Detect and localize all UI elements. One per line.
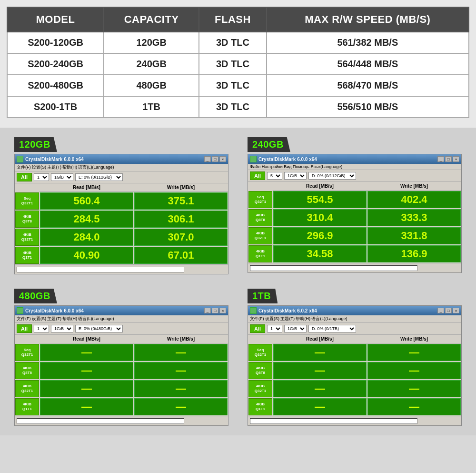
cdm-write-value-0: —: [367, 344, 461, 361]
close-button[interactable]: ×: [453, 156, 459, 162]
cdm-footer: [15, 416, 228, 425]
col-header-speed: MAX R/W SPEED (MB/S): [267, 7, 469, 32]
cdm-toolbar: All 1 1GiB D: 0% (0/1TB): [248, 323, 461, 335]
cdm-write-value-0: 402.4: [367, 191, 461, 208]
cdm-title: CrystalDiskMark 6.0.2 x64: [258, 308, 317, 313]
drive-select[interactable]: D: 0% (0/112GiB): [308, 172, 356, 180]
table-row: S200-120GB 120GB 3D TLC 561/382 MB/S: [7, 32, 469, 53]
cdm-row-label-2: 4KiBQ32T1: [15, 229, 39, 246]
cdm-title: CrystalDiskMark 6.0.0 x64: [258, 157, 317, 162]
cdm-read-value-0: —: [40, 344, 133, 361]
count-select[interactable]: 1: [267, 325, 282, 332]
benchmark-label-text: 240GB: [248, 137, 290, 152]
table-row: S200-480GB 480GB 3D TLC 568/470 MB/S: [7, 75, 469, 96]
count-select[interactable]: 5: [267, 172, 282, 180]
cdm-write-header: Write [MB/s]: [367, 182, 461, 191]
cdm-row-label-0: SeqQ32T1: [248, 344, 272, 361]
cell-capacity: 120GB: [104, 32, 199, 53]
cdm-row-label-0: SeqQ32T1: [248, 191, 272, 208]
maximize-button[interactable]: □: [445, 156, 452, 162]
minimize-button[interactable]: _: [437, 156, 444, 162]
cdm-controls[interactable]: _ □ ×: [204, 156, 226, 162]
drive-select[interactable]: D: 0% (0/1TB): [308, 325, 356, 332]
minimize-button[interactable]: _: [437, 308, 444, 313]
cdm-header-empty: [248, 182, 273, 191]
size-select[interactable]: 1GiB: [284, 172, 307, 180]
table-row: S200-240GB 240GB 3D TLC 564/448 MB/S: [7, 53, 469, 75]
size-select[interactable]: 1GiB: [51, 173, 73, 181]
cell-speed: 568/470 MB/S: [267, 75, 469, 96]
cell-capacity: 480GB: [104, 75, 199, 96]
all-button[interactable]: All: [250, 324, 265, 333]
cdm-titlebar-left: CrystalDiskMark 6.0.2 x64: [250, 307, 317, 314]
all-button[interactable]: All: [17, 324, 32, 333]
cdm-write-value-1: —: [367, 362, 461, 379]
cdm-read-value-2: 296.9: [273, 227, 367, 244]
cdm-titlebar: CrystalDiskMark 6.0.0 x64 _ □ ×: [15, 154, 228, 164]
minimize-button[interactable]: _: [204, 156, 211, 162]
close-button[interactable]: ×: [453, 308, 459, 313]
drive-select[interactable]: E: 0% (0/480GiB): [75, 325, 123, 332]
cell-flash: 3D TLC: [199, 96, 266, 118]
cdm-window: CrystalDiskMark 6.0.0 x64 _ □ × 文件(F) 设置…: [14, 305, 228, 426]
all-button[interactable]: All: [250, 171, 265, 180]
cell-model: S200-120GB: [7, 32, 104, 53]
col-header-flash: FLASH: [199, 7, 266, 32]
count-select[interactable]: 1: [34, 173, 49, 181]
benchmarks-section: 120GB CrystalDiskMark 6.0.0 x64 _ □ × 文件…: [0, 128, 476, 435]
cdm-write-value-2: —: [367, 380, 461, 397]
minimize-button[interactable]: _: [204, 308, 211, 313]
cdm-write-value-1: 333.3: [367, 209, 461, 226]
cdm-footer: [248, 416, 461, 425]
close-button[interactable]: ×: [219, 156, 226, 162]
benchmark-label-text: 120GB: [14, 137, 57, 152]
cell-model: S200-1TB: [7, 96, 104, 118]
cdm-titlebar: CrystalDiskMark 6.0.0 x64 _ □ ×: [15, 306, 228, 315]
cdm-read-value-3: —: [273, 398, 367, 415]
size-select[interactable]: 1GiB: [51, 325, 73, 332]
cdm-row-label-1: 4KiBQ8T8: [15, 211, 39, 228]
cdm-window: CrystalDiskMark 6.0.0 x64 _ □ × Файл Нас…: [248, 154, 462, 273]
maximize-button[interactable]: □: [212, 308, 218, 313]
cdm-read-value-3: —: [40, 398, 133, 415]
cdm-write-value-3: —: [134, 398, 228, 415]
cell-speed: 556/510 MB/S: [267, 96, 469, 118]
specs-table: MODEL CAPACITY FLASH MAX R/W SPEED (MB/S…: [7, 7, 469, 118]
table-section: MODEL CAPACITY FLASH MAX R/W SPEED (MB/S…: [0, 0, 476, 128]
cell-model: S200-240GB: [7, 53, 104, 75]
cdm-write-value-1: 306.1: [134, 211, 228, 228]
cdm-read-value-3: 40.90: [40, 247, 133, 264]
table-row: S200-1TB 1TB 3D TLC 556/510 MB/S: [7, 96, 469, 118]
benchmark-label: 480GB: [14, 289, 228, 303]
cdm-read-value-2: —: [40, 380, 133, 397]
cell-flash: 3D TLC: [199, 32, 266, 53]
size-select[interactable]: 1GiB: [284, 325, 307, 332]
cdm-controls[interactable]: _ □ ×: [204, 308, 226, 313]
cdm-toolbar: All 1 1GiB E: 0% (0/112GiB): [15, 171, 228, 183]
benchmark-item-1TB: 1TB CrystalDiskMark 6.0.2 x64 _ □ × 文件(F…: [248, 289, 462, 426]
cdm-titlebar: CrystalDiskMark 6.0.2 x64 _ □ ×: [248, 306, 461, 315]
benchmark-label-text: 480GB: [14, 289, 57, 303]
cdm-row-label-2: 4KiBQ32T1: [15, 380, 39, 397]
cdm-write-value-2: 331.8: [367, 227, 461, 244]
col-header-model: MODEL: [7, 7, 104, 32]
cdm-row-label-1: 4KiBQ8T8: [248, 362, 272, 379]
drive-select[interactable]: E: 0% (0/112GiB): [75, 173, 123, 181]
benchmark-label: 120GB: [14, 137, 228, 152]
cdm-header-empty: [15, 183, 40, 192]
cdm-read-header: Read [MB/s]: [273, 182, 367, 191]
maximize-button[interactable]: □: [445, 308, 452, 313]
maximize-button[interactable]: □: [212, 156, 218, 162]
cdm-read-value-1: 310.4: [273, 209, 367, 226]
cdm-controls[interactable]: _ □ ×: [437, 156, 459, 162]
cell-model: S200-480GB: [7, 75, 104, 96]
cdm-read-value-0: 554.5: [273, 191, 367, 208]
close-button[interactable]: ×: [219, 308, 226, 313]
count-select[interactable]: 1: [34, 325, 49, 332]
benchmark-item-120GB: 120GB CrystalDiskMark 6.0.0 x64 _ □ × 文件…: [14, 137, 228, 274]
cdm-write-value-2: —: [134, 380, 228, 397]
cdm-controls[interactable]: _ □ ×: [437, 308, 459, 313]
benchmark-label-text: 1TB: [248, 289, 278, 303]
cdm-write-value-2: 307.0: [134, 229, 228, 246]
all-button[interactable]: All: [17, 173, 32, 181]
